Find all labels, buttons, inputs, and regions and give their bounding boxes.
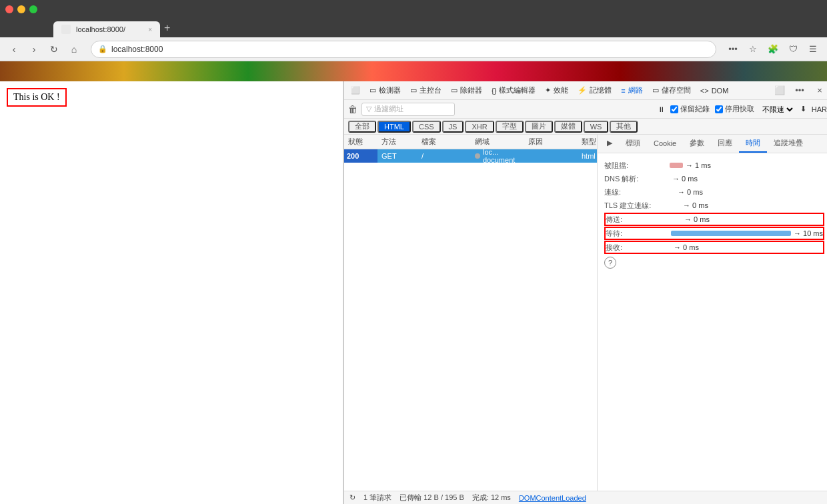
minimize-window-button[interactable] [17, 5, 25, 13]
extensions-button[interactable]: 🧩 [764, 41, 782, 58]
forward-button[interactable]: › [25, 41, 43, 58]
filter-media-btn[interactable]: 媒體 [554, 121, 582, 133]
network-label: 記憶體 [590, 85, 612, 95]
filter-css-btn[interactable]: CSS [412, 121, 441, 133]
devtools-perf-btn[interactable]: {} 樣式編輯器 [488, 84, 540, 97]
filter-ws-btn[interactable]: WS [584, 121, 609, 133]
bookmark-bar [0, 61, 827, 81]
timing-help-icon[interactable]: ? [604, 257, 616, 269]
timing-row-connect: 連線: → 0 ms [604, 185, 824, 199]
filter-all-btn[interactable]: 全部 [348, 121, 376, 133]
network-detail: ▶ 標頭 Cookie 參數 回應 時間 追蹤堆疊 被阻擋: [598, 135, 827, 491]
preserve-log-checkbox[interactable] [670, 105, 678, 113]
bookmark-button[interactable]: ☆ [744, 41, 762, 58]
memory-icon: ✦ [545, 86, 551, 95]
disable-cache-checkbox[interactable] [715, 105, 723, 113]
filter-funnel-icon: ▽ [366, 105, 371, 113]
throttle-select[interactable]: 不限速 [760, 105, 795, 114]
storage-label: 網路 [628, 85, 643, 95]
table-row[interactable]: 200 GET / loc... document html 195 [344, 149, 597, 163]
timing-row-send: 傳送: → 0 ms [604, 213, 824, 226]
timing-bar-wait [671, 231, 791, 236]
devtools-dom2-btn[interactable]: <> DOM [696, 85, 733, 96]
detail-tab-stack[interactable]: 追蹤堆疊 [767, 135, 810, 153]
devtools-debugger-btn[interactable]: ▭ 主控台 [406, 84, 446, 97]
devtools-memory-btn[interactable]: ✦ 效能 [541, 84, 572, 97]
inspector-icon: ⬜ [351, 86, 360, 95]
detail-tab-cookies[interactable]: Cookie [647, 135, 683, 153]
reload-button[interactable]: ↻ [45, 41, 63, 58]
detail-tab-timing[interactable]: 時間 [739, 135, 767, 153]
detail-tab-play[interactable]: ▶ [600, 135, 619, 153]
console-icon: ▭ [369, 86, 376, 95]
new-tab-button[interactable]: + [164, 22, 170, 34]
filter-font-btn[interactable]: 字型 [496, 121, 524, 133]
network-split: 狀態 方法 檔案 網域 原因 類型 200 GET / l [344, 135, 827, 491]
dom-label: DOM [712, 87, 729, 95]
detail-tab-headers[interactable]: 標頭 [619, 135, 647, 153]
timing-value-dns: → 0 ms [672, 175, 698, 183]
sidebar-toggle[interactable]: ☰ [804, 41, 822, 58]
style-icon: ▭ [451, 86, 458, 95]
devtools-network-btn[interactable]: ⚡ 記憶體 [574, 84, 616, 97]
content-wrapper: This is OK ! ⬜ ▭ 檢測器 ▭ 主控台 ▭ 除錯器 {} 樣式編 [0, 81, 827, 504]
timing-label-wait: 等待: [606, 229, 666, 239]
disable-cache-label[interactable]: 停用快取 [715, 104, 754, 114]
filter-js-btn[interactable]: JS [442, 121, 464, 133]
filter-input[interactable]: ▽ 過濾網址 [361, 103, 455, 116]
clear-requests-button[interactable]: 🗑 [348, 104, 357, 115]
address-text: localhost:8000 [111, 45, 163, 54]
th-method: 方法 [377, 137, 418, 147]
tab-close-button[interactable]: × [148, 26, 152, 33]
filter-html-btn[interactable]: HTML [377, 121, 411, 133]
perf-label: 樣式編輯器 [499, 85, 536, 95]
refresh-status-icon: ↻ [349, 493, 355, 502]
har-separator: ⬇ [800, 105, 806, 113]
th-domain: 網域 [471, 137, 524, 147]
network-icon: ⚡ [578, 86, 587, 95]
network-options: ⏸ 保留紀錄 停用快取 不限速 ⬇ HAR [658, 104, 827, 114]
more-button[interactable]: ••• [724, 41, 742, 58]
devtools-style-btn[interactable]: ▭ 除錯器 [447, 84, 486, 97]
devtools-console-btn[interactable]: ▭ 檢測器 [365, 84, 405, 97]
detail-tab-response[interactable]: 回應 [711, 135, 739, 153]
browser-tab[interactable]: localhost:8000/ × [53, 21, 160, 37]
requests-count: 1 筆請求 [363, 493, 391, 503]
devtools-more-btn[interactable]: ••• [791, 82, 808, 99]
memory-label: 效能 [554, 85, 568, 95]
filter-type-bar: 全部 HTML CSS JS XHR 字型 圖片 媒體 WS 其他 [344, 119, 827, 135]
address-bar[interactable]: 🔒 localhost:8000 [91, 41, 716, 58]
devtools-dom-btn[interactable]: ▭ 儲存空間 [648, 84, 695, 97]
devtools-inspector-btn[interactable]: ⬜ [347, 85, 364, 96]
dom-content-loaded[interactable]: DOMContentLoaded [519, 494, 586, 502]
timing-value-connect: → 0 ms [672, 188, 703, 196]
extensions2-button[interactable]: 🛡 [784, 41, 802, 58]
close-window-button[interactable] [5, 5, 13, 13]
back-button[interactable]: ‹ [5, 41, 23, 58]
timing-bar-container-connect: → 0 ms [670, 188, 824, 196]
filter-other-btn[interactable]: 其他 [610, 121, 638, 133]
home-button[interactable]: ⌂ [65, 41, 83, 58]
devtools-right-tools: ⬜ ••• × [771, 82, 827, 99]
transferred-size: 已傳輸 12 B / 195 B [399, 493, 464, 503]
td-status: 200 [344, 149, 377, 163]
filter-xhr-btn[interactable]: XHR [465, 121, 494, 133]
timing-label-tls: TLS 建立連線: [604, 201, 664, 211]
preserve-log-label[interactable]: 保留紀錄 [670, 104, 710, 114]
devtools-toolbar: ⬜ ▭ 檢測器 ▭ 主控台 ▭ 除錯器 {} 樣式編輯器 ✦ 效能 [344, 81, 827, 100]
maximize-window-button[interactable] [29, 5, 37, 13]
timing-bar-container-blocked: → 1 ms [670, 161, 824, 169]
devtools-close-btn[interactable]: × [811, 82, 827, 99]
debugger-icon: ▭ [410, 86, 417, 95]
timing-bar-container-wait: → 10 ms [671, 229, 823, 237]
tab-title: localhost:8000/ [76, 25, 143, 33]
disable-cache-text: 停用快取 [725, 104, 754, 114]
finish-time: 完成: 12 ms [472, 493, 511, 503]
webpage-content: This is OK ! [0, 81, 343, 504]
devtools-responsive-btn[interactable]: ⬜ [771, 82, 788, 99]
webpage-text-box: This is OK ! [7, 88, 67, 107]
filter-image-btn[interactable]: 圖片 [525, 121, 553, 133]
devtools-storage-btn[interactable]: ≡ 網路 [617, 84, 646, 97]
timing-value-receive: → 0 ms [674, 243, 699, 251]
detail-tab-params[interactable]: 參數 [683, 135, 711, 153]
